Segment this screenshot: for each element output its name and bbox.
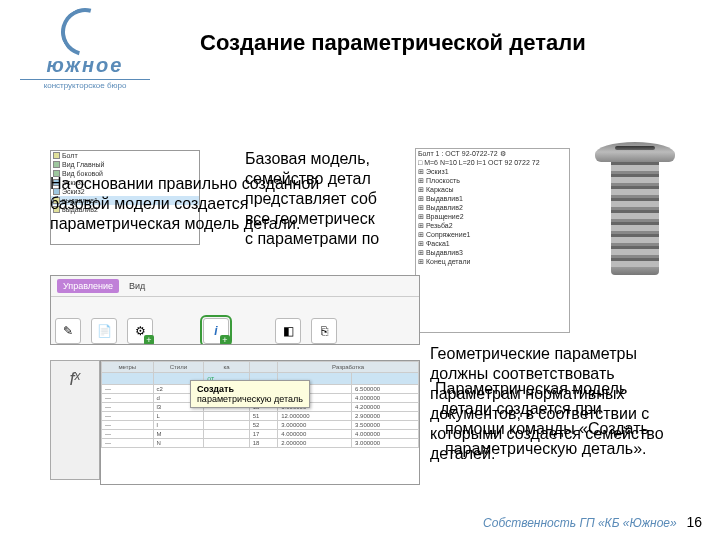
brand-logo: южное конструкторское бюро: [20, 8, 150, 108]
table-row[interactable]: —M174.0000004.000000: [102, 430, 419, 439]
tooltip: Создать параметрическую деталь: [190, 380, 310, 408]
tree-item[interactable]: □ M=6 N=10 L=20 l=1 ОСТ 92 0722 72: [416, 158, 569, 167]
body-text: деталей.: [430, 445, 700, 463]
tree-item[interactable]: ⊞ Выдавлив2: [416, 203, 569, 212]
body-text: с параметрами по: [245, 230, 415, 248]
tooltip-body: параметрическую деталь: [197, 394, 303, 404]
feature-tree-panel-right: Болт 1 : ОСТ 92‑0722‑72 ⚙ □ M=6 N=10 L=2…: [415, 148, 570, 333]
table-row[interactable]: —L5112.0000002.900000: [102, 412, 419, 421]
tree-item[interactable]: ⊞ Резьба2: [416, 221, 569, 230]
body-text: базовой модели создается: [50, 195, 248, 213]
screw-render: [590, 142, 680, 275]
tree-item[interactable]: ⊞ Плоскость: [416, 176, 569, 185]
logo-word: южное: [20, 54, 150, 77]
tree-item[interactable]: ⊞ Сопряжение1: [416, 230, 569, 239]
tree-item[interactable]: ⊞ Каркасы: [416, 185, 569, 194]
tree-item[interactable]: ⊞ Выдавлив1: [416, 194, 569, 203]
table-header-row: метрыСтиликаРазработка: [102, 362, 419, 373]
tool-button[interactable]: ⎘: [311, 318, 337, 344]
tool-button[interactable]: ✎: [55, 318, 81, 344]
tool-button[interactable]: ◧: [275, 318, 301, 344]
tree-item[interactable]: Болт 1 : ОСТ 92‑0722‑72 ⚙: [416, 149, 569, 158]
logo-subtitle: конструкторское бюро: [20, 79, 150, 90]
table-row[interactable]: —l523.0000003.500000: [102, 421, 419, 430]
ribbon-tab-manage[interactable]: Управление: [57, 279, 119, 293]
tree-item[interactable]: ⊞ Конец детали: [416, 257, 569, 266]
fx-panel: fx: [50, 360, 100, 480]
tree-item[interactable]: ⊞ Выдавлив3: [416, 248, 569, 257]
tree-item[interactable]: Вид Главный: [51, 160, 199, 169]
ribbon-panel: Управление Вид ✎ 📄 ⚙+ i+ ◧ ⎘: [50, 275, 420, 345]
tooltip-title: Создать: [197, 384, 303, 394]
parameters-table-panel: метрыСтиликаРазработка от ... —c2164.000…: [100, 360, 420, 485]
body-text: Геометрические параметры: [430, 345, 700, 363]
ribbon-tab-view[interactable]: Вид: [123, 279, 151, 293]
tree-item[interactable]: ⊞ Вращение2: [416, 212, 569, 221]
slide-title: Создание параметрической детали: [200, 30, 690, 56]
page-number: 16: [686, 514, 702, 530]
table-row[interactable]: —N182.0000003.000000: [102, 439, 419, 448]
tool-button[interactable]: ⚙+: [127, 318, 153, 344]
create-parametric-part-button[interactable]: i+: [203, 318, 229, 344]
body-text: Базовая модель,: [245, 150, 425, 168]
tree-item[interactable]: ⊞ Фаска1: [416, 239, 569, 248]
footer-copyright: Собственность ГП «КБ «Южное»: [483, 516, 690, 530]
tree-item[interactable]: Болт: [51, 151, 199, 160]
tool-button[interactable]: 📄: [91, 318, 117, 344]
tree-item[interactable]: ⊞ Эскиз1: [416, 167, 569, 176]
body-text: представляет соб: [245, 190, 415, 208]
